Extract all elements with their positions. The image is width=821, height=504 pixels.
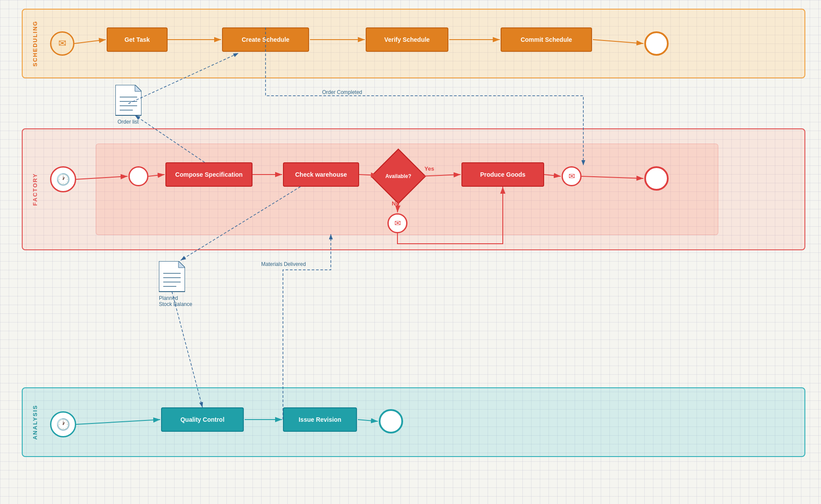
analysis-clock-circle: 🕐 (50, 411, 76, 437)
planned-stock-doc-svg (159, 261, 185, 292)
order-completed-label: Order Completed (322, 89, 362, 95)
compose-spec-box[interactable]: Compose Specification (165, 162, 252, 187)
factory-mail-no-icon: ✉ (394, 218, 401, 228)
order-list-label: Order list (118, 119, 141, 125)
order-list-doc: Order list (115, 85, 141, 125)
compose-spec-label: Compose Specification (175, 171, 243, 178)
check-warehouse-box[interactable]: Check warehouse (283, 162, 359, 187)
no-label: No (392, 200, 399, 207)
check-warehouse-label: Check warehouse (295, 171, 347, 178)
quality-control-label: Quality Control (180, 416, 224, 423)
create-schedule-box[interactable]: Create Schedule (222, 27, 309, 52)
quality-control-box[interactable]: Quality Control (161, 407, 244, 432)
issue-revision-label: Issue Revision (299, 416, 341, 423)
issue-revision-box[interactable]: Issue Revision (283, 407, 357, 432)
mail-icon: ✉ (58, 38, 66, 49)
planned-stock-label: Planned Stock Balance (159, 295, 192, 307)
produce-goods-box[interactable]: Produce Goods (461, 162, 544, 187)
factory-label: FACTORY (32, 173, 38, 205)
verify-schedule-label: Verify Schedule (384, 36, 430, 43)
sched-start-circle: ✉ (50, 31, 74, 56)
sched-end-circle (644, 31, 669, 56)
create-schedule-label: Create Schedule (242, 36, 289, 43)
materials-delivered-label: Materials Delivered (261, 261, 306, 267)
factory-clock-circle: 🕐 (50, 166, 76, 192)
get-task-label: Get Task (124, 36, 150, 43)
factory-mail-out: ✉ (562, 166, 582, 186)
produce-goods-label: Produce Goods (480, 171, 525, 178)
factory-clock-icon: 🕐 (56, 173, 70, 186)
svg-marker-1 (135, 85, 141, 91)
available-diamond: Available? (379, 157, 418, 196)
verify-schedule-box[interactable]: Verify Schedule (366, 27, 448, 52)
commit-schedule-box[interactable]: Commit Schedule (501, 27, 592, 52)
analysis-clock-icon: 🕐 (56, 418, 70, 431)
lane-analysis: ANALYSIS (22, 387, 805, 457)
order-list-doc-svg (115, 85, 141, 116)
commit-schedule-label: Commit Schedule (521, 36, 572, 43)
yes-label: Yes (424, 165, 434, 172)
analysis-label: ANALYSIS (32, 405, 38, 440)
factory-mail-icon: ✉ (569, 171, 575, 181)
available-label: Available? (385, 173, 411, 179)
planned-stock-doc: Planned Stock Balance (159, 261, 192, 307)
factory-mail-no: ✉ (387, 213, 407, 233)
analysis-end-circle (379, 409, 403, 433)
factory-start-circle (128, 166, 148, 186)
diagram-container: SCHEDULING FACTORY ANALYSIS ✉ Get Task C… (0, 0, 821, 504)
scheduling-label: SCHEDULING (32, 20, 38, 67)
factory-end-circle (644, 166, 669, 191)
get-task-box[interactable]: Get Task (107, 27, 168, 52)
svg-marker-7 (178, 261, 185, 268)
